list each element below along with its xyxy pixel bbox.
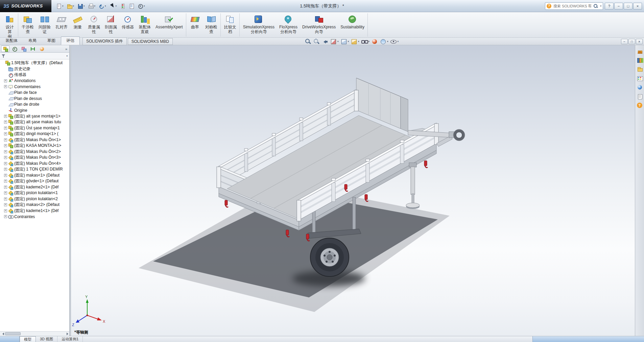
tree-item[interactable]: + Annotations: [0, 78, 69, 84]
tree-expander[interactable]: [4, 68, 7, 71]
graphics-viewport[interactable]: Y X Z *等轴测: [71, 45, 635, 336]
ribbon-button[interactable]: FloXpress 分析向导: [277, 13, 300, 37]
tree-expander[interactable]: +: [4, 186, 7, 189]
tree-item[interactable]: Origine: [0, 107, 69, 113]
panel-tab[interactable]: [10, 46, 19, 52]
dropdown-arrow-icon[interactable]: ▾: [398, 40, 399, 43]
task-pane-tab[interactable]: [636, 56, 644, 64]
dropdown-arrow-icon[interactable]: ▾: [348, 40, 349, 43]
task-pane-tab[interactable]: [636, 83, 644, 91]
tree-item[interactable]: + Contraintes: [0, 214, 69, 220]
hitch-ring[interactable]: [453, 129, 465, 141]
view-toolbar-button[interactable]: ▾: [379, 38, 389, 45]
tree-expander[interactable]: [4, 109, 7, 112]
latch-clamp[interactable]: [424, 161, 427, 167]
ribbon-button[interactable]: DriveWorksXpress 向导: [300, 13, 338, 37]
ribbon-button[interactable]: 装配体 直观: [136, 13, 153, 37]
window-button[interactable]: □: [624, 3, 633, 9]
tree-expander[interactable]: +: [4, 115, 7, 118]
tree-expander[interactable]: [4, 91, 7, 94]
tree-expander[interactable]: +: [4, 209, 7, 212]
dropdown-arrow-icon[interactable]: ▾: [368, 40, 370, 43]
tree-expander[interactable]: +: [4, 203, 7, 206]
tree-item[interactable]: + (固定) piston kulakları<1: [0, 190, 69, 196]
view-toolbar-button[interactable]: ▾: [371, 38, 378, 45]
wheel[interactable]: [310, 238, 349, 277]
tree-expander[interactable]: [4, 73, 7, 76]
ribbon-button[interactable]: 传感器: [119, 13, 136, 37]
quick-toolbar-button[interactable]: ▾: [136, 2, 146, 10]
dropdown-arrow-icon[interactable]: ▾: [62, 5, 64, 7]
tree-item[interactable]: + (固定) 1 TON ÇEKİ DEMİR: [0, 166, 69, 173]
panel-tab[interactable]: [1, 46, 9, 52]
search-input[interactable]: [553, 4, 592, 8]
tree-expander[interactable]: +: [4, 156, 7, 159]
support-leg[interactable]: [406, 163, 420, 209]
filter-dropdown-icon[interactable]: ▾: [66, 55, 68, 57]
task-pane-tab[interactable]: [636, 74, 644, 82]
tree-expander[interactable]: [4, 97, 7, 100]
tree-expander[interactable]: +: [4, 174, 7, 177]
ribbon-button[interactable]: 比较文 档: [222, 13, 240, 37]
dropdown-arrow-icon[interactable]: ▾: [105, 5, 106, 7]
view-toolbar-button[interactable]: ▾: [350, 38, 360, 45]
ribbon-button[interactable]: Sustainability: [338, 13, 368, 37]
window-button[interactable]: −: [614, 3, 623, 9]
status-tab[interactable]: 3D 视图: [36, 336, 57, 342]
tree-item[interactable]: + (固定) Üst şase montaj<1: [0, 125, 69, 131]
status-tab[interactable]: 模型: [20, 336, 36, 342]
command-tab[interactable]: 草图: [42, 36, 61, 45]
tree-item[interactable]: Plan de droite: [0, 102, 69, 108]
tree-filter[interactable]: ▾: [0, 53, 69, 59]
tree-expander[interactable]: +: [4, 191, 7, 194]
task-pane-tab[interactable]: [636, 93, 644, 100]
quick-toolbar-button[interactable]: ▾: [97, 2, 108, 10]
leaf-spring[interactable]: [308, 229, 361, 238]
tree-item[interactable]: 历史记录: [0, 66, 69, 72]
tree-item[interactable]: + (固定) gövde<1> (Défaut: [0, 178, 69, 184]
ribbon-button[interactable]: 质量属 性: [86, 13, 102, 37]
tree-expander[interactable]: +: [4, 180, 7, 183]
command-tab[interactable]: 评估: [61, 36, 80, 45]
corner-post[interactable]: [354, 90, 358, 111]
ribbon-button[interactable]: 间隙验 证: [36, 13, 53, 37]
dropdown-arrow-icon[interactable]: ▾: [116, 5, 117, 7]
quick-toolbar-button[interactable]: ▾: [87, 2, 97, 10]
view-toolbar-button[interactable]: ▾: [304, 38, 312, 45]
view-toolbar-button[interactable]: ▾: [321, 38, 329, 45]
tree-item[interactable]: 1.5吨拖车（带支撑）(Défaut: [0, 60, 69, 66]
quick-toolbar-button[interactable]: ▾: [55, 2, 65, 10]
corner-post[interactable]: [217, 167, 221, 188]
search-dropdown-icon[interactable]: ▾: [600, 5, 601, 7]
corner-post[interactable]: [297, 200, 301, 221]
latch-clamp[interactable]: [225, 200, 228, 207]
spring-hanger[interactable]: [312, 211, 315, 232]
search-box[interactable]: ? ▾: [545, 2, 603, 10]
task-pane-tab[interactable]: [636, 102, 644, 109]
window-button[interactable]: ?: [605, 3, 614, 9]
dropdown-arrow-icon[interactable]: ▾: [337, 40, 339, 43]
scroll-left-icon[interactable]: [1, 333, 4, 335]
tree-item[interactable]: + (固定) makas<2> (Défaut: [0, 202, 69, 208]
tree-expander[interactable]: +: [4, 162, 7, 165]
dropdown-arrow-icon[interactable]: ▾: [84, 5, 85, 7]
ribbon-button[interactable]: AssemblyXpert: [153, 13, 186, 37]
tree-expander[interactable]: [4, 103, 7, 106]
tree-item[interactable]: + (固定) Makas Pulu Ön<2>: [0, 149, 69, 155]
tree-expander[interactable]: +: [4, 215, 7, 218]
command-tab[interactable]: 装配体: [0, 36, 23, 45]
scrollbar-thumb[interactable]: [5, 332, 21, 335]
dropdown-arrow-icon[interactable]: ▾: [387, 40, 388, 43]
tree-item[interactable]: + (固定) KASA MONTAJ<1>: [0, 143, 69, 149]
search-icon[interactable]: [593, 4, 598, 8]
tree-item[interactable]: + (固定) alt şase makas tutu: [0, 119, 69, 125]
tree-item[interactable]: + (固定) alt şase montaj<1>: [0, 113, 69, 120]
status-tab[interactable]: 运动算例1: [57, 336, 83, 342]
quick-toolbar-button[interactable]: ▾: [108, 2, 118, 10]
tree-expander[interactable]: +: [4, 144, 7, 147]
quick-toolbar-button[interactable]: ▾: [76, 2, 86, 10]
dropdown-arrow-icon[interactable]: ▾: [94, 5, 96, 7]
tree-item[interactable]: + (固定) Makas Pulu Ön<1>: [0, 137, 69, 143]
panel-expand-chevron[interactable]: »: [64, 47, 68, 51]
task-pane-tab[interactable]: [636, 47, 644, 55]
